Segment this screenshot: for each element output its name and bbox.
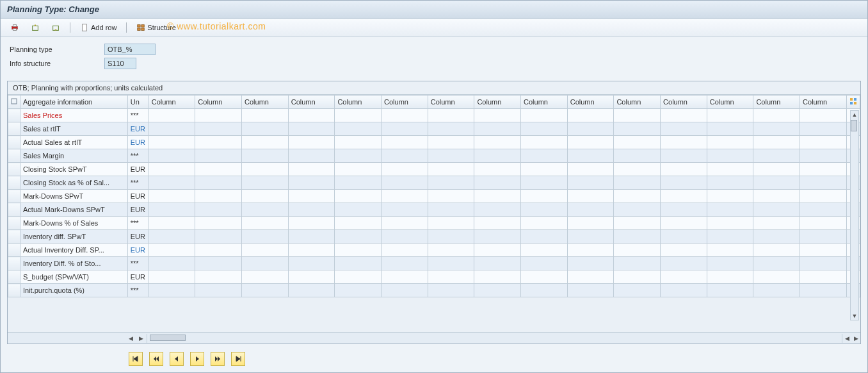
data-cell[interactable] xyxy=(149,257,195,270)
data-cell[interactable] xyxy=(707,163,753,176)
data-cell[interactable] xyxy=(242,230,289,244)
data-cell[interactable] xyxy=(753,149,800,163)
data-cell[interactable] xyxy=(242,203,289,217)
data-cell[interactable] xyxy=(428,270,474,284)
aggregate-cell[interactable]: Sales at rtlT xyxy=(20,122,128,136)
data-cell[interactable] xyxy=(474,244,521,257)
data-cell[interactable] xyxy=(567,163,614,176)
data-cell[interactable] xyxy=(521,149,568,163)
data-cell[interactable] xyxy=(288,244,335,257)
export-button-1[interactable] xyxy=(26,21,44,34)
data-cell[interactable] xyxy=(149,136,195,149)
data-cell[interactable] xyxy=(753,122,800,136)
data-cell[interactable] xyxy=(753,190,800,203)
column-header[interactable]: Column xyxy=(800,95,847,109)
data-cell[interactable] xyxy=(614,270,661,284)
data-cell[interactable] xyxy=(335,270,382,284)
data-cell[interactable] xyxy=(661,176,707,190)
scroll-down-arrow-icon[interactable]: ▼ xyxy=(851,312,858,320)
data-cell[interactable] xyxy=(382,149,428,163)
data-cell[interactable] xyxy=(474,284,521,297)
aggregate-cell[interactable]: S_budget (SPw/VAT) xyxy=(20,270,128,284)
print-button[interactable] xyxy=(6,21,24,34)
data-cell[interactable] xyxy=(521,257,568,270)
data-cell[interactable] xyxy=(335,217,382,230)
aggregate-cell[interactable]: Init.purch.quota (%) xyxy=(20,284,128,297)
data-cell[interactable] xyxy=(707,149,753,163)
data-cell[interactable] xyxy=(567,244,614,257)
data-cell[interactable] xyxy=(149,217,195,230)
add-row-button[interactable]: Add row xyxy=(76,21,121,34)
data-cell[interactable] xyxy=(800,230,847,244)
data-cell[interactable] xyxy=(242,270,289,284)
data-cell[interactable] xyxy=(474,109,521,122)
nav-fast-forward-button[interactable] xyxy=(211,352,225,366)
data-cell[interactable] xyxy=(567,284,614,297)
data-cell[interactable] xyxy=(521,244,568,257)
data-cell[interactable] xyxy=(149,190,195,203)
row-selector[interactable] xyxy=(8,149,20,163)
column-header[interactable]: Column xyxy=(288,95,335,109)
data-cell[interactable] xyxy=(335,230,382,244)
nav-last-button[interactable] xyxy=(231,352,245,366)
data-cell[interactable] xyxy=(661,230,707,244)
data-cell[interactable] xyxy=(242,136,289,149)
data-cell[interactable] xyxy=(661,244,707,257)
data-cell[interactable] xyxy=(195,284,242,297)
hscroll-thumb[interactable] xyxy=(150,335,186,341)
data-cell[interactable] xyxy=(614,284,661,297)
data-cell[interactable] xyxy=(661,122,707,136)
data-cell[interactable] xyxy=(661,163,707,176)
data-cell[interactable] xyxy=(567,149,614,163)
data-cell[interactable] xyxy=(800,270,847,284)
data-cell[interactable] xyxy=(242,122,289,136)
data-cell[interactable] xyxy=(195,203,242,217)
data-cell[interactable] xyxy=(800,284,847,297)
data-cell[interactable] xyxy=(242,176,289,190)
data-cell[interactable] xyxy=(753,176,800,190)
data-cell[interactable] xyxy=(382,270,428,284)
data-cell[interactable] xyxy=(707,230,753,244)
aggregate-cell[interactable]: Sales Prices xyxy=(20,109,128,122)
data-cell[interactable] xyxy=(614,230,661,244)
column-header[interactable]: Column xyxy=(474,95,521,109)
column-header[interactable]: Column xyxy=(521,95,568,109)
data-cell[interactable] xyxy=(707,217,753,230)
data-cell[interactable] xyxy=(428,257,474,270)
column-header[interactable]: Column xyxy=(428,95,474,109)
data-cell[interactable] xyxy=(242,284,289,297)
data-cell[interactable] xyxy=(567,122,614,136)
row-selector[interactable] xyxy=(8,230,20,244)
scroll-thumb[interactable] xyxy=(851,120,857,131)
data-cell[interactable] xyxy=(474,230,521,244)
data-cell[interactable] xyxy=(661,190,707,203)
data-cell[interactable] xyxy=(614,203,661,217)
data-cell[interactable] xyxy=(288,284,335,297)
data-cell[interactable] xyxy=(382,230,428,244)
unit-cell[interactable]: EUR xyxy=(127,244,149,257)
data-cell[interactable] xyxy=(800,163,847,176)
nav-fast-back-button[interactable] xyxy=(149,352,163,366)
data-cell[interactable] xyxy=(614,190,661,203)
row-selector[interactable] xyxy=(8,217,20,230)
data-cell[interactable] xyxy=(242,257,289,270)
data-cell[interactable] xyxy=(195,244,242,257)
nav-next-button[interactable] xyxy=(190,352,204,366)
data-cell[interactable] xyxy=(753,257,800,270)
unit-cell[interactable]: EUR xyxy=(127,136,149,149)
data-cell[interactable] xyxy=(335,163,382,176)
export-button-2[interactable] xyxy=(47,21,65,34)
scroll-up-arrow-icon[interactable]: ▲ xyxy=(851,111,858,119)
data-cell[interactable] xyxy=(800,217,847,230)
data-cell[interactable] xyxy=(521,217,568,230)
column-header[interactable]: Column xyxy=(707,95,753,109)
nav-prev-button[interactable] xyxy=(170,352,184,366)
data-cell[interactable] xyxy=(800,109,847,122)
data-cell[interactable] xyxy=(567,136,614,149)
data-cell[interactable] xyxy=(521,270,568,284)
data-cell[interactable] xyxy=(288,163,335,176)
column-header[interactable]: Column xyxy=(149,95,195,109)
column-header[interactable]: Column xyxy=(753,95,800,109)
data-cell[interactable] xyxy=(382,136,428,149)
data-cell[interactable] xyxy=(567,176,614,190)
